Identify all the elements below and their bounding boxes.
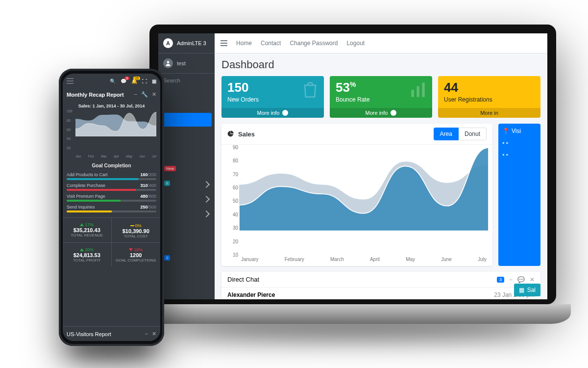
stat-user-reg[interactable]: 44 User Registrations More in: [438, 76, 540, 118]
goal-done: 160: [140, 172, 147, 177]
svg-rect-0: [411, 90, 414, 97]
expand-icon[interactable]: ⛶: [142, 79, 147, 84]
goal-done: 310: [140, 183, 147, 188]
stat-value: 150: [227, 80, 248, 95]
avatar-icon: [163, 58, 173, 68]
sales-title: Sales: [238, 131, 255, 138]
chat-badge: 3: [497, 277, 504, 283]
bell-icon[interactable]: 🔔15: [131, 79, 137, 84]
svg-rect-2: [422, 82, 425, 97]
nav-logout[interactable]: Logout: [346, 40, 365, 47]
recap-range: Sales: 1 Jan, 2014 - 30 Jul, 2014: [67, 104, 156, 108]
goal-label: Send Inquiries: [67, 205, 95, 210]
summary-grid: 17%$35,210.43TOTAL REVENUE0%$10,390.90TO…: [63, 217, 160, 266]
sidebar-item[interactable]: [161, 207, 212, 221]
sidebar-item[interactable]: New: [161, 163, 212, 177]
brand-logo-icon: A: [163, 38, 173, 48]
minus-icon[interactable]: −: [134, 91, 137, 98]
goal-row: Complete Purchase310/400: [63, 182, 160, 193]
stat-more-link[interactable]: More in: [438, 108, 540, 118]
badge-count: 2: [164, 255, 170, 261]
goal-done: 480: [140, 194, 147, 199]
stat-label: User Registrations: [438, 95, 540, 108]
badge-new: New: [164, 166, 176, 171]
sidebar-item[interactable]: 2: [161, 252, 212, 266]
nav-home[interactable]: Home: [236, 40, 252, 47]
direct-chat-panel: Direct Chat 3 − 💬 ✕ Alexander Pierce 23 …: [221, 272, 540, 299]
goal-row: Send Inquiries250/500: [63, 204, 160, 214]
summary-rev: 17%$35,210.43TOTAL REVENUE: [63, 218, 112, 243]
summary-profit: 20%$24,813.53TOTAL PROFIT: [63, 243, 112, 266]
bag-icon: [299, 79, 321, 105]
sidebar-item[interactable]: [161, 192, 212, 206]
close-icon[interactable]: ✕: [152, 331, 156, 337]
chevron-left-icon: [203, 210, 210, 217]
brand[interactable]: A AdminLTE 3: [158, 33, 215, 53]
sidebar-user-name: test: [177, 60, 186, 66]
us-visitors-report[interactable]: US-Visitors Report − ✕: [63, 326, 160, 341]
recap-title: Monthly Recap Report: [67, 92, 124, 98]
topbar: Home Contact Change Password Logout: [215, 33, 547, 53]
wrench-icon[interactable]: 🔧: [141, 91, 148, 98]
stat-more-link[interactable]: More info ➔: [330, 108, 432, 118]
main-content: Home Contact Change Password Logout Dash…: [215, 33, 547, 299]
stat-bounce-rate[interactable]: 53% Bounce Rate More info ➔: [330, 76, 432, 118]
tab-area[interactable]: Area: [434, 128, 459, 140]
bars-icon: [408, 79, 429, 105]
map-pin-icon: 📍: [502, 128, 510, 134]
goal-done: 250: [140, 205, 147, 210]
phone-topbar: 🔍 💬3 🔔15 ⛶ ▦: [63, 74, 160, 88]
menu-toggle-button[interactable]: [67, 78, 74, 84]
nav-changepw[interactable]: Change Password: [290, 40, 338, 47]
page-title: Dashboard: [215, 53, 547, 76]
goal-label: Visit Premium Page: [67, 194, 105, 199]
search-placeholder: Search: [163, 78, 180, 83]
svg-rect-1: [416, 86, 419, 97]
sidebar: A AdminLTE 3 test Search New: [158, 33, 215, 299]
summary-goals: 18%1200GOAL COMPLETIONS: [112, 243, 161, 266]
stat-value: 44: [444, 80, 458, 95]
stat-value: 53: [336, 80, 350, 95]
arrow-right-icon: ➔: [391, 110, 396, 116]
chat-sender: Alexander Pierce: [227, 291, 275, 298]
recap-x-labels: JanFebMarAprMayJunJul: [67, 155, 156, 159]
comments-icon[interactable]: 💬3: [121, 79, 126, 84]
goal-row: Visit Premium Page480/800: [63, 193, 160, 204]
sales-panel: Sales Area Donut 908070605040302010: [221, 124, 492, 266]
search-icon[interactable]: 🔍: [110, 79, 116, 84]
pie-icon: [227, 130, 234, 138]
goals-list: Add Products to Cart160/200Complete Purc…: [63, 171, 160, 214]
visitors-panel: 📍 Visi ▪ ▪ ▪ ▪: [498, 124, 540, 266]
sidebar-item[interactable]: 6: [161, 178, 212, 191]
chat-title: Direct Chat: [227, 276, 259, 283]
stat-more-link[interactable]: More info ➔: [221, 108, 324, 118]
sidebar-search[interactable]: Search: [158, 74, 215, 87]
goals-title: Goal Completion: [63, 160, 160, 171]
badge-count: 6: [164, 181, 170, 186]
minus-icon[interactable]: −: [509, 276, 513, 283]
chevron-left-icon: [203, 181, 210, 188]
menu-toggle-button[interactable]: [220, 40, 227, 46]
sales-x-labels: JanuaryFebruaryMarchAprilMayJuneJuly: [221, 257, 492, 266]
stat-new-orders[interactable]: 150 New Orders More info ➔: [221, 76, 324, 118]
grid-icon: ▦: [519, 287, 524, 293]
summary-cost: 0%$10,390.90TOTAL COST: [112, 218, 161, 243]
recap-area-chart: 10080604020: [75, 109, 156, 155]
sales-calendar-button[interactable]: ▦ Sal: [514, 284, 540, 296]
sidebar-item-active[interactable]: [161, 113, 212, 127]
close-icon[interactable]: ✕: [530, 276, 535, 283]
sidebar-item[interactable]: [161, 128, 212, 141]
visitors-title: Visi: [512, 128, 521, 134]
close-icon[interactable]: ✕: [152, 91, 156, 98]
sidebar-user[interactable]: test: [158, 53, 215, 74]
comments-icon[interactable]: 💬: [517, 276, 525, 283]
goal-label: Add Products to Cart: [67, 172, 108, 177]
minus-icon[interactable]: −: [145, 331, 148, 337]
sales-area-chart: 908070605040302010: [221, 145, 492, 257]
laptop-device: A AdminLTE 3 test Search New: [135, 25, 571, 343]
grid-icon[interactable]: ▦: [152, 79, 156, 84]
tab-donut[interactable]: Donut: [459, 128, 487, 140]
chart-type-tabs: Area Donut: [434, 128, 487, 140]
nav-contact[interactable]: Contact: [261, 40, 281, 47]
goal-label: Complete Purchase: [67, 183, 105, 188]
